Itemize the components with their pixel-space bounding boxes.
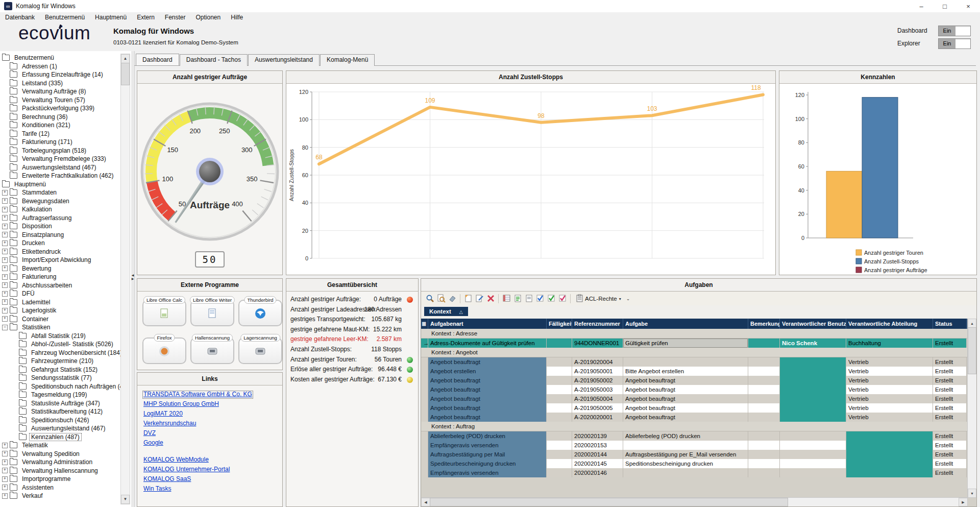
sidebar-item-verkauf[interactable]: +Verkauf	[0, 492, 120, 500]
sidebar-item-verwaltung-fremdbelege-333[interactable]: Verwaltung Fremdbelege (333)	[0, 155, 120, 163]
task-row-a-2019020004[interactable]: Angebot beauftragtA-2019020004VertriebEr…	[421, 357, 976, 367]
check-red-icon[interactable]	[557, 294, 568, 304]
sidebar-item-erweiterte-frachtkalkulation-462[interactable]: Erweiterte Frachtkalkulation (462)	[0, 172, 120, 180]
link-dvz[interactable]: DVZ	[142, 429, 157, 438]
sidebar-item-verwaltung-auftr-ge-8[interactable]: Verwaltung Aufträge (8)	[0, 87, 120, 96]
link-verkehrsrundschau[interactable]: Verkehrsrundschau	[142, 420, 197, 428]
sidebar-item-importprogramme[interactable]: +Importprogramme	[0, 475, 120, 484]
sidebar-item-berechnung-36[interactable]: Berechnung (36)	[0, 113, 120, 122]
expand-icon[interactable]: +	[2, 493, 8, 499]
toolbar-overflow-icon[interactable]: ⌄	[626, 296, 630, 301]
task-row-2020020145[interactable]: Spediteurbescheinigung drucken2020020145…	[421, 459, 976, 468]
eraser-icon[interactable]	[447, 294, 458, 304]
program-button-libre-office-writer[interactable]: Libre Office Writer	[190, 300, 234, 326]
sidebar-item-etikettendruck[interactable]: +Etikettendruck	[0, 248, 120, 256]
link-komalog-saas[interactable]: KOMALOG SaaS	[142, 475, 192, 484]
link-transdata-software-gmbh-co-kg[interactable]: TRANSDATA Software GmbH & Co. KG	[142, 391, 253, 399]
sidebar-item-bewegungsdaten[interactable]: +Bewegungsdaten	[0, 197, 120, 206]
link-mhp-solution-group-gmbh[interactable]: MHP Solution Group GmbH	[142, 400, 220, 408]
minimize-button[interactable]: –	[910, 0, 933, 12]
sidebar-item-assistenten[interactable]: +Assistenten	[0, 484, 120, 492]
sidebar-item-sendungsstatistik-77[interactable]: Sendungsstatistik (77)	[0, 374, 120, 382]
sidebar-item-abschlussarbeiten[interactable]: +Abschlussarbeiten	[0, 281, 120, 290]
expand-icon[interactable]: +	[2, 451, 8, 456]
column-chooser-icon[interactable]: ≣	[421, 319, 428, 329]
new-doc-icon[interactable]	[462, 294, 474, 304]
column-header-verantwortliche-abteilung[interactable]: Verantwortliche Abteilung	[846, 319, 933, 329]
expand-icon[interactable]: +	[2, 443, 8, 448]
expand-icon[interactable]: +	[2, 190, 8, 196]
grid-icon[interactable]	[501, 294, 512, 304]
sidebar-item-verwaltung-administration[interactable]: +Verwaltung Administration	[0, 458, 120, 467]
expand-icon[interactable]: +	[2, 316, 8, 322]
sidebar-item-kalkulation[interactable]: +Kalkulation	[0, 205, 120, 214]
expand-icon[interactable]: +	[2, 485, 8, 490]
sidebar-item-telematik[interactable]: +Telematik	[0, 441, 120, 450]
sidebar-splitter[interactable]: ◀▶	[131, 51, 135, 507]
sidebar-scrollbar[interactable]: ▲ ▼	[120, 54, 130, 504]
sidebar-item-fakturierung[interactable]: +Fakturierung	[0, 273, 120, 281]
link-win-tasks[interactable]: Win Tasks	[142, 485, 172, 493]
program-button-libre-office-calc[interactable]: Libre Office Calc	[142, 300, 186, 326]
expand-icon[interactable]: +	[2, 291, 8, 297]
expand-icon[interactable]: +	[2, 215, 8, 221]
sidebar-item-auswertungsleitstand-467[interactable]: Auswertungsleitstand (467)	[0, 163, 120, 172]
sidebar-item-auswertungsleitstand-467[interactable]: Auswertungsleitstand (467)	[0, 424, 120, 433]
link-komalog-webmodule[interactable]: KOMALOG WebModule	[142, 456, 210, 464]
expand-icon[interactable]: +	[2, 460, 8, 465]
sidebar-item-import-export-abwicklung[interactable]: +Import/Export Abwicklung	[0, 256, 120, 264]
sidebar-item-speditionsbuch-nach-auftr-gen-43[interactable]: Speditionsbuch nach Aufträgen (43)	[0, 382, 120, 391]
menu-hauptmen[interactable]: Hauptmenü	[90, 14, 132, 21]
expand-icon[interactable]: +	[2, 257, 8, 263]
column-header-verantwortlicher-benutzer[interactable]: Verantwortlicher Benutzer	[780, 319, 846, 329]
scroll-left-icon[interactable]: ◀	[421, 498, 430, 506]
expand-icon[interactable]: +	[2, 308, 8, 313]
sidebar-item-speditionsbuch-426[interactable]: Speditionsbuch (426)	[0, 416, 120, 425]
tab-komalog-men[interactable]: Komalog-Menü	[320, 54, 375, 66]
scroll-down-icon[interactable]: ▼	[121, 495, 130, 504]
task-row-a-2019050004[interactable]: Angebot beauftragtA-2019050004Angebot be…	[421, 394, 976, 403]
task-row-a-2020020001[interactable]: Angebot beauftragtA-2020020001Angebot be…	[421, 413, 976, 422]
kontext-group-button[interactable]: Kontext△	[424, 307, 468, 316]
scroll-up-icon[interactable]: ▲	[968, 319, 976, 328]
task-row-a-2019050003[interactable]: Angebot beauftragtA-2019050003Angebot be…	[421, 385, 976, 394]
sidebar-item-torbelegungsplan-518[interactable]: Torbelegungsplan (518)	[0, 147, 120, 155]
scrollbar-thumb[interactable]	[430, 498, 788, 506]
sidebar-item-container[interactable]: +Container	[0, 315, 120, 324]
sidebar-item-disposition[interactable]: +Disposition	[0, 222, 120, 231]
task-row-2020020144[interactable]: Auftragsbestätigung per Mail2020020144Au…	[421, 450, 976, 459]
sidebar-item-tagesmeldung-199[interactable]: Tagesmeldung (199)	[0, 391, 120, 399]
check-green-icon[interactable]	[546, 294, 557, 304]
tab-auswertungsleitstand[interactable]: Auswertungsleitstand	[248, 54, 320, 66]
scroll-right-icon[interactable]: ▶	[959, 498, 968, 506]
menu-fenster[interactable]: Fenster	[160, 14, 191, 21]
program-button-hallenscannung[interactable]: Hallenscannung	[190, 337, 234, 364]
sidebar-item-statusliste-auftr-ge-347[interactable]: Statusliste Aufträge (347)	[0, 399, 120, 408]
program-button-lagerscannung[interactable]: Lagerscannung	[238, 337, 282, 364]
scroll-up-icon[interactable]: ▲	[121, 54, 130, 63]
sidebar-item-kennzahlen-487[interactable]: Kennzahlen (487)	[0, 433, 120, 442]
menu-datenbank[interactable]: Datenbank	[0, 14, 40, 21]
sidebar-item-df[interactable]: +DFÜ	[0, 289, 120, 298]
doc-print-icon[interactable]	[523, 294, 534, 304]
maximize-button[interactable]: □	[933, 0, 957, 12]
menu-extern[interactable]: Extern	[132, 14, 160, 21]
sidebar-item-benutzermen[interactable]: Benutzermenü	[0, 54, 120, 62]
program-button-firefox[interactable]: Firefox	[142, 337, 186, 364]
task-row-a-2019050001[interactable]: Angebot erstellenA-2019050001Bitte Angeb…	[421, 367, 976, 376]
sidebar-item-verwaltung-touren-57[interactable]: Verwaltung Touren (57)	[0, 96, 120, 105]
link-google[interactable]: Google	[142, 439, 164, 447]
expand-icon[interactable]: +	[2, 240, 8, 246]
expand-icon[interactable]: +	[2, 224, 8, 229]
sidebar-item-fakturierung-171[interactable]: Fakturierung (171)	[0, 138, 120, 147]
sidebar-item-verwaltung-hallenscannung[interactable]: +Verwaltung Hallenscannung	[0, 467, 120, 475]
expand-icon[interactable]: +	[2, 207, 8, 212]
sidebar-item-stammdaten[interactable]: +Stammdaten	[0, 188, 120, 197]
link-logimat-2020[interactable]: LogiMAT 2020	[142, 410, 184, 418]
tab-dashboard-tachos[interactable]: Dashboard - Tachos	[180, 54, 248, 66]
expand-icon[interactable]: +	[2, 232, 8, 237]
task-row-2020020153[interactable]: Empfängeravis versenden2020020153Erstell…	[421, 441, 976, 450]
sidebar-item-statistikaufbereitung-412[interactable]: Statistikaufbereitung (412)	[0, 407, 120, 416]
acl-rechte-dropdown[interactable]: ACL-Rechte▾	[574, 294, 621, 304]
sidebar-item-lagerlogistik[interactable]: +Lagerlogistik	[0, 306, 120, 315]
